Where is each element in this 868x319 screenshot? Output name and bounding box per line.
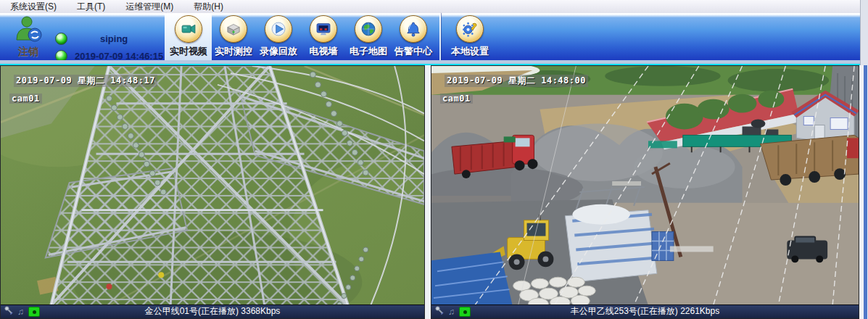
video-status-bar: ♫ 金公甲线01号(正在播放) 3368Kbps: [1, 304, 424, 318]
window-right-edge: [860, 0, 868, 65]
osd-camera-label: cam01: [440, 94, 473, 104]
local-settings-icon: [456, 15, 484, 43]
menu-help[interactable]: 帮助(H): [183, 0, 233, 13]
yard-video-scene: 2019-07-09 星期二 14:48:00 cam01: [431, 66, 859, 305]
tab-label: 实时测控: [215, 45, 252, 58]
alarm-center-icon: [400, 15, 427, 43]
toolbar-separator: [439, 13, 441, 60]
tab-label: 告警中心: [394, 45, 432, 58]
tab-local-settings[interactable]: 本地设置: [447, 13, 493, 60]
tab-playback[interactable]: 录像回放: [257, 13, 300, 60]
tab-alarm-center[interactable]: 告警中心: [392, 13, 435, 60]
tv-wall-icon: [310, 15, 337, 43]
realtime-control-icon: [220, 15, 247, 43]
live-video-icon: [175, 15, 202, 43]
logout-label: 注销: [10, 46, 46, 59]
tab-label: 电视墙: [310, 45, 338, 58]
tab-label: 实时视频: [170, 45, 207, 58]
tab-realtime-control[interactable]: 实时测控: [212, 13, 255, 60]
tower-video-scene: 2019-07-09 星期二 14:48:17 cam01: [1, 66, 424, 305]
tab-live-video[interactable]: 实时视频: [165, 13, 212, 60]
tab-label: 本地设置: [451, 45, 489, 58]
video-panel-yard[interactable]: 2019-07-09 星期二 14:48:00 cam01 ♫ 丰公甲乙线253…: [431, 65, 859, 319]
toolbar: 注销 siping 2019-07-09 14:46:15 实时视频: [0, 13, 868, 60]
menu-system-settings[interactable]: 系统设置(S): [0, 0, 67, 13]
logout-button[interactable]: 注销: [10, 15, 46, 59]
menu-tools[interactable]: 工具(T): [67, 0, 115, 13]
logout-user-icon: [14, 33, 43, 45]
osd-timestamp: 2019-07-09 星期二 14:48:17: [14, 75, 157, 87]
tab-tv-wall[interactable]: 电视墙: [302, 13, 345, 60]
osd-camera-label: cam01: [9, 94, 42, 104]
tab-label: 电子地图: [350, 45, 387, 58]
menu-bar: 系统设置(S) 工具(T) 运维管理(M) 帮助(H): [0, 0, 868, 14]
e-map-icon: [355, 15, 382, 43]
status-led-online: [55, 33, 67, 45]
window-right-border: [859, 65, 868, 319]
channel-status-text: 金公甲线01号(正在播放) 3368Kbps: [1, 305, 424, 318]
username-text: siping: [100, 33, 128, 44]
menu-ops-management[interactable]: 运维管理(M): [115, 0, 183, 13]
video-panel-tower[interactable]: 2019-07-09 星期二 14:48:17 cam01 ♫ 金公甲线01号(…: [0, 65, 425, 319]
tab-label: 录像回放: [260, 45, 297, 58]
osd-timestamp: 2019-07-09 星期二 14:48:00: [445, 75, 588, 87]
video-status-bar: ♫ 丰公甲乙线253号(正在播放) 2261Kbps: [431, 304, 859, 318]
channel-status-text: 丰公甲乙线253号(正在播放) 2261Kbps: [431, 305, 859, 318]
tab-e-map[interactable]: 电子地图: [347, 13, 390, 60]
surveillance-app-window: 系统设置(S) 工具(T) 运维管理(M) 帮助(H) 注销: [0, 0, 868, 319]
user-panel: 注销 siping 2019-07-09 14:46:15: [0, 13, 165, 60]
playback-icon: [265, 15, 292, 43]
